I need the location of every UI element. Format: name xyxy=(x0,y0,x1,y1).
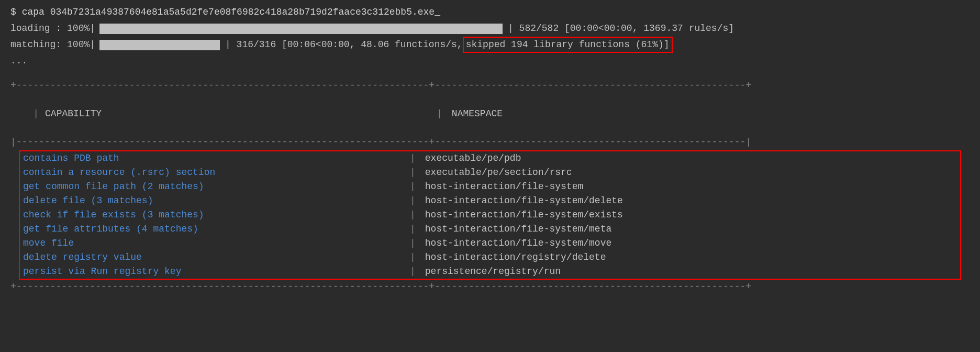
table-border-top: +---------------------------------------… xyxy=(10,79,970,93)
namespace-cell: host-interaction/file-system/exists xyxy=(416,208,623,222)
table-row: get file attributes (4 matches)|host-int… xyxy=(20,222,960,236)
table-row: get common file path (2 matches)|host-in… xyxy=(20,180,960,194)
table-row: check if file exists (3 matches)|host-in… xyxy=(20,208,960,222)
capabilities-table: +---------------------------------------… xyxy=(10,79,970,294)
loading-progress-line: loading : 100%| | 582/582 [00:00<00:00, … xyxy=(10,21,970,36)
capability-cell: contains PDB path xyxy=(20,151,410,166)
loading-progress-bar xyxy=(99,24,503,34)
namespace-cell: host-interaction/file-system xyxy=(416,180,583,194)
capability-cell: get common file path (2 matches) xyxy=(20,180,410,194)
table-border-bottom: +---------------------------------------… xyxy=(10,280,970,294)
matching-label: matching: 100%| xyxy=(10,38,99,52)
capability-cell: persist via Run registry key xyxy=(20,265,410,279)
namespace-cell: host-interaction/file-system/meta xyxy=(416,222,611,236)
namespace-cell: persistence/registry/run xyxy=(416,265,561,279)
skipped-functions-highlight: skipped 194 library functions (61%)] xyxy=(463,37,673,53)
ellipsis: ... xyxy=(10,54,970,68)
capability-cell: move file xyxy=(20,236,410,250)
matching-progress-bar xyxy=(99,40,220,50)
namespace-header: NAMESPACE xyxy=(442,107,503,121)
capability-cell: delete file (3 matches) xyxy=(20,194,410,208)
prompt-symbol: $ xyxy=(10,7,16,17)
table-header-row: |CAPABILITY|NAMESPACE xyxy=(10,93,970,135)
capability-cell: get file attributes (4 matches) xyxy=(20,222,410,236)
capability-header: CAPABILITY xyxy=(39,107,437,121)
matching-stats-prefix: | 316/316 [00:06<00:00, 48.06 functions/… xyxy=(225,38,463,52)
capability-cell: contain a resource (.rsrc) section xyxy=(20,166,410,180)
table-row: delete registry value|host-interaction/r… xyxy=(20,250,960,265)
namespace-cell: executable/pe/pdb xyxy=(416,151,521,166)
table-row: contains PDB path|executable/pe/pdb xyxy=(20,151,960,166)
namespace-cell: host-interaction/registry/delete xyxy=(416,250,606,265)
namespace-cell: host-interaction/file-system/delete xyxy=(416,194,623,208)
table-row: persist via Run registry key|persistence… xyxy=(20,265,960,279)
capability-cell: check if file exists (3 matches) xyxy=(20,208,410,222)
loading-stats: | 582/582 [00:00<00:00, 1369.37 rules/s] xyxy=(508,21,734,36)
matching-progress-line: matching: 100%| | 316/316 [00:06<00:00, … xyxy=(10,37,970,53)
capability-cell: delete registry value xyxy=(20,250,410,265)
command-text: capa 034b7231a49387604e81a5a5d2fe7e08f69… xyxy=(22,7,440,17)
command-line: $ capa 034b7231a49387604e81a5a5d2fe7e08f… xyxy=(10,5,970,19)
table-row: move file|host-interaction/file-system/m… xyxy=(20,236,960,250)
loading-label: loading : 100%| xyxy=(10,21,99,36)
namespace-cell: host-interaction/file-system/move xyxy=(416,236,611,250)
table-row: contain a resource (.rsrc) section|execu… xyxy=(20,166,960,180)
namespace-cell: executable/pe/section/rsrc xyxy=(416,166,572,180)
capabilities-rows-highlight: contains PDB path|executable/pe/pdb cont… xyxy=(19,150,961,280)
table-row: delete file (3 matches)|host-interaction… xyxy=(20,194,960,208)
table-border-mid: |---------------------------------------… xyxy=(10,135,970,149)
